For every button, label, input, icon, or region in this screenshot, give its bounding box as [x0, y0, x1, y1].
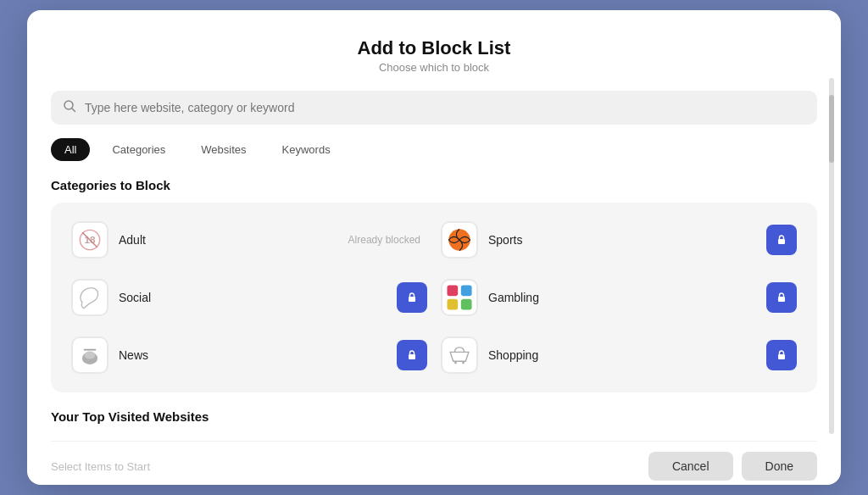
social-label: Social [119, 291, 387, 304]
news-block-button[interactable] [397, 340, 427, 370]
search-input[interactable] [85, 101, 805, 114]
gambling-label: Gambling [488, 291, 756, 304]
add-to-block-list-modal: Add to Block List Choose which to block … [27, 10, 841, 485]
already-blocked-label: Already blocked [348, 234, 420, 246]
list-item: Social [64, 269, 434, 326]
list-item: Shopping [434, 326, 804, 384]
svg-point-12 [456, 294, 462, 300]
list-item: Gambling [434, 269, 804, 326]
sports-label: Sports [488, 233, 756, 247]
svg-line-1 [72, 108, 75, 112]
svg-rect-7 [409, 297, 415, 302]
adult-label: Adult [119, 233, 338, 247]
tab-websites[interactable]: Websites [187, 138, 259, 161]
scrollbar-thumb[interactable] [829, 95, 834, 163]
list-item: 18 Adult Already blocked [64, 211, 434, 269]
footer-hint: Select Items to Start [51, 460, 150, 473]
done-button[interactable]: Done [742, 452, 817, 481]
svg-rect-10 [447, 299, 458, 310]
modal-footer: Select Items to Start Cancel Done [51, 441, 817, 481]
gambling-icon [441, 279, 478, 316]
svg-rect-6 [778, 239, 785, 244]
sports-block-button[interactable] [766, 225, 797, 255]
svg-rect-9 [461, 285, 472, 296]
categories-grid: 18 Adult Already blocked [51, 203, 817, 392]
list-item: News [64, 326, 434, 384]
modal-subtitle: Choose which to block [51, 61, 817, 74]
scrollbar-track[interactable] [829, 78, 834, 434]
footer-buttons: Cancel Done [648, 452, 817, 481]
svg-rect-13 [778, 297, 785, 302]
cancel-button[interactable]: Cancel [648, 452, 733, 481]
list-item: Sports [434, 211, 804, 269]
shopping-block-button[interactable] [766, 340, 797, 370]
shopping-icon [441, 336, 478, 374]
svg-rect-11 [461, 299, 472, 310]
sports-icon [441, 221, 478, 259]
news-label: News [119, 348, 387, 362]
modal-header: Add to Block List Choose which to block [51, 37, 817, 74]
categories-section-title: Categories to Block [51, 178, 817, 192]
search-icon [63, 99, 76, 116]
svg-rect-17 [409, 354, 415, 359]
svg-point-18 [454, 362, 457, 364]
modal-title: Add to Block List [51, 37, 817, 59]
social-icon [71, 279, 108, 316]
filter-tabs: All Categories Websites Keywords [51, 138, 817, 161]
social-block-button[interactable] [397, 282, 427, 313]
gambling-block-button[interactable] [766, 282, 797, 313]
svg-rect-8 [447, 285, 458, 296]
websites-section: Your Top Visited Websites [51, 409, 817, 427]
search-bar [51, 91, 817, 125]
tab-all[interactable]: All [51, 138, 90, 161]
adult-icon: 18 [71, 221, 108, 259]
websites-section-title: Your Top Visited Websites [51, 409, 817, 424]
tab-categories[interactable]: Categories [98, 138, 179, 161]
svg-rect-16 [84, 349, 97, 351]
tab-keywords[interactable]: Keywords [269, 138, 344, 161]
svg-point-19 [462, 362, 465, 364]
svg-point-15 [85, 351, 96, 359]
svg-rect-20 [778, 354, 785, 359]
news-icon [71, 336, 108, 374]
shopping-label: Shopping [488, 348, 756, 362]
